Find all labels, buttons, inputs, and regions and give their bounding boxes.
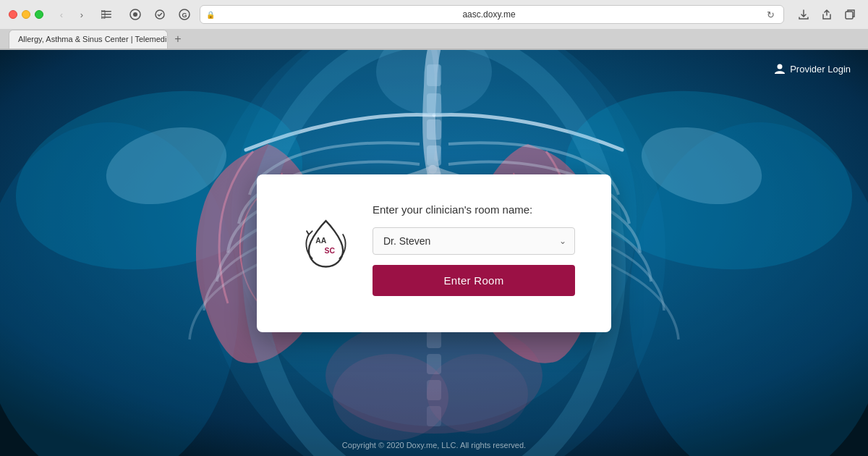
forward-button[interactable]: ›: [72, 7, 91, 22]
tab-title: Allergy, Asthma & Sinus Center | Telemed…: [18, 35, 168, 43]
form-title: Enter your clinician's room name:: [373, 203, 575, 216]
svg-rect-0: [101, 11, 111, 12]
provider-login-label: Provider Login: [790, 64, 851, 75]
svg-rect-8: [846, 12, 853, 19]
browser-chrome: ‹ › G: [0, 0, 868, 50]
svg-rect-1: [101, 14, 111, 15]
svg-rect-2: [101, 17, 111, 18]
aasc-logo: AA SC: [295, 211, 357, 272]
form-section: Enter your clinician's room name: Dr. St…: [373, 203, 575, 296]
copyright-text: Copyright © 2020 Doxy.me, LLC. All right…: [342, 441, 526, 449]
extension-icon-3[interactable]: G: [175, 7, 194, 22]
provider-login[interactable]: Provider Login: [774, 63, 851, 75]
svg-point-37: [778, 64, 783, 69]
back-button[interactable]: ‹: [52, 7, 71, 22]
extension-icon-1[interactable]: [126, 7, 145, 22]
lock-icon: 🔒: [206, 11, 215, 19]
toolbar-icons: [794, 7, 859, 22]
maximize-button[interactable]: [35, 10, 43, 19]
tabs-icon[interactable]: [841, 7, 859, 22]
enter-room-button[interactable]: Enter Room: [373, 265, 575, 296]
logo-section: AA SC: [293, 203, 358, 272]
svg-point-5: [133, 12, 137, 17]
traffic-lights: [9, 10, 43, 19]
person-icon: [774, 63, 786, 75]
extension-icon-2[interactable]: [150, 7, 169, 22]
address-bar[interactable]: 🔒 aasc.doxy.me ↻: [200, 5, 784, 24]
clinician-dropdown[interactable]: Dr. Steven: [373, 227, 575, 255]
browser-tabbar: Allergy, Asthma & Sinus Center | Telemed…: [0, 29, 868, 49]
nav-buttons: ‹ ›: [52, 7, 91, 22]
dropdown-wrapper: Dr. Steven ⌄: [373, 227, 575, 255]
url-text: aasc.doxy.me: [219, 9, 759, 20]
browser-tab[interactable]: Allergy, Asthma & Sinus Center | Telemed…: [9, 30, 168, 48]
sidebar-toggle-button[interactable]: [97, 7, 116, 22]
download-icon[interactable]: [794, 7, 813, 22]
modal-card: AA SC Enter your clinician's room name: …: [257, 174, 611, 332]
minimize-button[interactable]: [22, 10, 30, 19]
svg-text:SC: SC: [324, 247, 335, 255]
close-button[interactable]: [9, 10, 17, 19]
main-content: Provider Login AA SC Enter your clinicia…: [0, 50, 868, 456]
svg-text:G: G: [182, 12, 187, 19]
browser-titlebar: ‹ › G: [0, 0, 868, 29]
new-tab-button[interactable]: +: [171, 32, 185, 46]
svg-point-34: [427, 354, 528, 434]
page-footer: Copyright © 2020 Doxy.me, LLC. All right…: [342, 441, 526, 449]
refresh-button[interactable]: ↻: [763, 7, 778, 22]
svg-text:AA: AA: [315, 237, 326, 245]
share-icon[interactable]: [817, 7, 836, 22]
